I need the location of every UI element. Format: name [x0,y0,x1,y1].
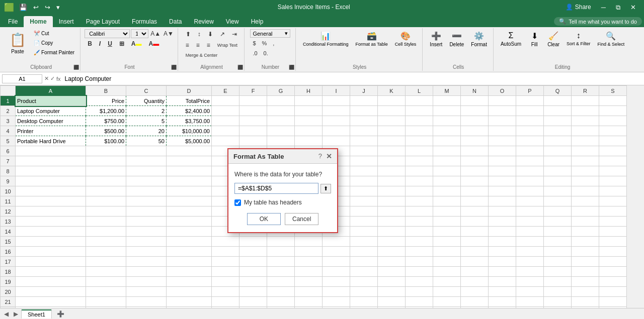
cell[interactable] [86,156,126,166]
cell[interactable] [295,237,323,247]
cell[interactable] [212,237,239,247]
cell[interactable] [433,277,461,287]
cell[interactable] [167,247,212,257]
cell[interactable] [323,136,350,146]
cell[interactable] [323,106,350,116]
cell[interactable] [86,277,126,287]
sheet-tab-sheet1[interactable]: Sheet1 [21,309,52,318]
cell[interactable] [461,96,489,106]
cell[interactable] [433,156,461,166]
cell[interactable] [295,287,323,297]
fill-button[interactable]: ⬇ Fill [525,29,543,49]
cell[interactable] [16,146,86,156]
cell[interactable] [544,267,572,277]
col-header-l[interactable]: L [406,86,433,96]
cell-reference-box[interactable] [2,74,42,83]
cell[interactable] [572,227,599,237]
cell[interactable] [16,176,86,186]
cell[interactable] [167,297,212,307]
cell[interactable] [461,176,489,186]
insert-function-icon[interactable]: fx [56,76,61,82]
cell[interactable] [489,146,516,156]
dialog-headers-checkbox[interactable] [234,199,241,206]
cell[interactable] [323,257,350,267]
cell[interactable] [86,206,126,217]
cell[interactable] [350,267,378,277]
cell[interactable] [489,237,516,247]
cell[interactable] [544,257,572,267]
cell[interactable] [212,307,239,308]
delete-cells-button[interactable]: ➖ Delete [446,29,467,49]
cell[interactable]: Laptop Computer [16,106,86,116]
cell[interactable] [16,186,86,196]
cell[interactable] [350,247,378,257]
cell[interactable]: $500.00 [86,126,126,136]
cell[interactable] [126,217,167,227]
row-header-9[interactable]: 9 [1,176,16,186]
cell[interactable] [212,136,239,146]
tab-view[interactable]: View [220,16,245,27]
cell[interactable] [516,116,544,126]
cell[interactable] [433,217,461,227]
cell[interactable] [433,267,461,277]
cell[interactable] [267,257,295,267]
cell[interactable] [516,277,544,287]
cell[interactable]: $5,000.00 [167,136,212,146]
cell[interactable] [16,217,86,227]
cell[interactable] [433,196,461,206]
cell[interactable] [16,247,86,257]
align-middle-button[interactable]: ↕ [195,29,204,39]
cell[interactable] [350,146,378,156]
cell[interactable] [378,186,406,196]
number-format-dropdown[interactable]: General ▾ [250,29,290,38]
cell[interactable] [350,166,378,176]
sheet-nav-left[interactable]: ◀ [2,310,11,317]
cell[interactable] [461,126,489,136]
cell[interactable] [461,227,489,237]
cell[interactable] [489,307,516,308]
font-size-selector[interactable]: 11 [131,29,148,38]
font-name-selector[interactable]: Calibri [85,29,130,38]
find-select-button[interactable]: 🔍 Find & Select [595,29,628,49]
cell[interactable] [378,206,406,217]
cell[interactable] [516,96,544,106]
tab-file[interactable]: File [2,16,24,27]
cell[interactable] [16,166,86,176]
cell[interactable]: $2,400.00 [167,106,212,116]
cell[interactable] [16,267,86,277]
cell[interactable] [126,186,167,196]
cell[interactable] [16,237,86,247]
cell[interactable] [350,277,378,287]
cell[interactable] [350,217,378,227]
cell[interactable] [267,247,295,257]
cell[interactable] [86,166,126,176]
number-expand-icon[interactable]: ⬛ [289,65,294,70]
cell[interactable] [239,297,267,307]
font-size-decrease-button[interactable]: A▼ [163,30,175,37]
dialog-range-input[interactable] [234,183,318,194]
cell[interactable] [599,227,627,237]
dialog-cancel-button[interactable]: Cancel [285,213,318,225]
cell[interactable] [461,206,489,217]
cell[interactable] [16,307,86,308]
col-header-e[interactable]: E [212,86,239,96]
cell[interactable] [433,247,461,257]
cell[interactable] [572,247,599,257]
cell[interactable] [295,116,323,126]
cell[interactable] [378,217,406,227]
align-center-button[interactable]: ≡ [193,40,203,50]
cell[interactable] [489,257,516,267]
cell[interactable] [572,176,599,186]
add-sheet-button[interactable]: ➕ [55,310,66,317]
cell[interactable] [433,146,461,156]
cell[interactable] [323,96,350,106]
cell[interactable] [433,227,461,237]
cell[interactable] [167,287,212,297]
cell[interactable] [406,156,433,166]
cell[interactable] [267,96,295,106]
cell[interactable] [433,257,461,267]
cell[interactable] [126,297,167,307]
col-header-b[interactable]: B [86,86,126,96]
cell[interactable] [16,277,86,287]
cell[interactable] [599,166,627,176]
